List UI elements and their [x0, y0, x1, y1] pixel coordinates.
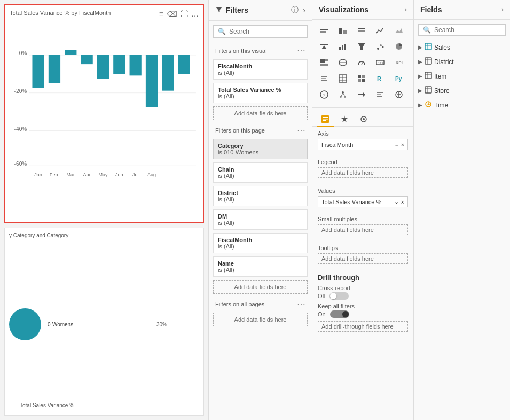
- viz-keepfilters-knob: [342, 311, 349, 317]
- more-icon[interactable]: …: [191, 10, 199, 18]
- add-fields-visual[interactable]: Add data fields here: [213, 106, 308, 120]
- field-group-district-row[interactable]: ▶ District: [418, 56, 506, 68]
- viz-icon-smart-narrative[interactable]: [373, 87, 388, 102]
- svg-rect-11: [81, 55, 93, 64]
- viz-icon-kpi[interactable]: KPI: [391, 55, 406, 70]
- svg-point-37: [377, 48, 379, 50]
- viz-chevron-icon[interactable]: ›: [405, 6, 407, 13]
- viz-icon-qna[interactable]: ?: [317, 87, 332, 102]
- add-fields-page[interactable]: Add data fields here: [213, 280, 308, 294]
- filter-item-chain[interactable]: Chain is (All): [213, 162, 308, 183]
- filters-header: Filters ⓘ ›: [209, 0, 312, 21]
- viz-icon-stacked-bar[interactable]: [317, 23, 332, 38]
- viz-values-value[interactable]: Total Sales Variance % ⌄ ×: [318, 196, 408, 207]
- viz-icon-waterfall[interactable]: [335, 39, 350, 54]
- viz-icon-slicer[interactable]: [317, 71, 332, 86]
- filter-info-icon[interactable]: ⓘ: [291, 5, 299, 15]
- svg-point-39: [382, 46, 384, 48]
- viz-header: Visualizations ›: [312, 0, 413, 20]
- viz-icon-key-influences[interactable]: [354, 87, 369, 102]
- fields-chevron-icon[interactable]: ›: [501, 6, 504, 13]
- menu-icon[interactable]: ≡: [159, 10, 163, 18]
- viz-icon-100pct-bar[interactable]: [354, 23, 369, 38]
- viz-axis-actions: ⌄ ×: [394, 141, 404, 148]
- viz-values-close[interactable]: ×: [401, 199, 404, 205]
- viz-icon-area-chart[interactable]: [391, 23, 406, 38]
- viz-icon-card[interactable]: 123: [373, 55, 388, 70]
- viz-tab-fields[interactable]: [317, 112, 334, 127]
- svg-text:R: R: [377, 75, 381, 82]
- viz-axis-chevron[interactable]: ⌄: [394, 141, 399, 148]
- filter-item-fiscalmonth[interactable]: FiscalMonth is (All): [213, 59, 308, 80]
- fields-header: Fields ›: [414, 0, 510, 20]
- viz-icon-Py[interactable]: Py: [391, 71, 406, 86]
- bubble: [9, 308, 41, 340]
- filters-allpages-dots[interactable]: ⋯: [297, 299, 305, 309]
- svg-rect-59: [358, 79, 361, 82]
- district-expand-icon: ▶: [418, 59, 422, 65]
- viz-icon-funnel[interactable]: [354, 39, 369, 54]
- viz-tooltips-add[interactable]: Add data fields here: [318, 253, 408, 264]
- viz-icon-custom[interactable]: [391, 87, 406, 102]
- svg-rect-28: [339, 28, 342, 34]
- svg-rect-27: [320, 31, 326, 33]
- filter-chevron-icon[interactable]: ›: [303, 6, 305, 14]
- viz-cross-report-toggle[interactable]: [329, 292, 349, 300]
- viz-icon-pie[interactable]: [391, 39, 406, 54]
- viz-axis-value[interactable]: FiscalMonth ⌄ ×: [318, 139, 408, 150]
- fields-search-input[interactable]: [434, 26, 501, 34]
- filter-item-category[interactable]: Category is 010-Womens: [213, 139, 308, 159]
- add-fields-allpages[interactable]: Add data fields here: [213, 313, 308, 326]
- bubble-chart-container: y Category and Category 0-Womens -30% To…: [4, 228, 204, 416]
- store-expand-icon: ▶: [418, 88, 422, 94]
- field-group-sales-row[interactable]: ▶ Sales: [418, 41, 506, 53]
- viz-icon-clustered-bar[interactable]: [335, 23, 350, 38]
- filters-search-input[interactable]: [229, 28, 303, 35]
- svg-text:May: May: [98, 172, 108, 177]
- filter-item-totalsales[interactable]: Total Sales Variance % is (All): [213, 83, 308, 103]
- viz-smallmultiples-add[interactable]: Add data fields here: [318, 224, 408, 235]
- fields-search-box[interactable]: 🔍: [418, 24, 506, 36]
- viz-values-chevron[interactable]: ⌄: [394, 198, 399, 205]
- filter-item-name[interactable]: Name is (All): [213, 256, 308, 277]
- svg-rect-60: [362, 79, 365, 82]
- viz-drill-add[interactable]: Add drill-through fields here: [318, 321, 408, 332]
- viz-icon-line-chart[interactable]: [373, 23, 388, 38]
- viz-icon-gauge[interactable]: [354, 55, 369, 70]
- field-group-time-row[interactable]: ▶ Time: [418, 99, 506, 111]
- filter-item-fiscalmonth2[interactable]: FiscalMonth is (All): [213, 233, 308, 253]
- field-group-store-row[interactable]: ▶ Store: [418, 84, 506, 97]
- svg-rect-16: [162, 55, 174, 91]
- filter-item-district[interactable]: District is (All): [213, 186, 308, 206]
- filter-item-dm[interactable]: DM is (All): [213, 209, 308, 230]
- bar-chart-container[interactable]: Total Sales Variance % by FiscalMonth ≡ …: [4, 4, 204, 223]
- viz-tab-format[interactable]: [336, 112, 353, 127]
- viz-tab-analytics[interactable]: [355, 112, 372, 127]
- svg-rect-10: [65, 50, 76, 55]
- svg-text:?: ?: [323, 92, 325, 98]
- svg-marker-32: [395, 28, 403, 33]
- viz-icon-ribbon[interactable]: [317, 39, 332, 54]
- viz-icon-map[interactable]: [335, 55, 350, 70]
- viz-tooltips-section: Tooltips Add data fields here: [312, 242, 413, 270]
- viz-icon-R[interactable]: R: [373, 71, 388, 86]
- viz-icon-table[interactable]: [335, 71, 350, 86]
- viz-icon-matrix[interactable]: [354, 71, 369, 86]
- svg-rect-34: [342, 45, 343, 50]
- filters-page-dots[interactable]: ⋯: [297, 125, 305, 135]
- viz-icon-treemap[interactable]: [317, 55, 332, 70]
- viz-axis-close[interactable]: ×: [401, 142, 404, 148]
- viz-keepfilters-toggle[interactable]: [330, 310, 349, 318]
- viz-values-section: Values Total Sales Variance % ⌄ ×: [312, 184, 413, 213]
- svg-rect-42: [325, 59, 328, 61]
- viz-icon-scatter[interactable]: [373, 39, 388, 54]
- variance-label: -30%: [155, 322, 167, 328]
- filters-search-box[interactable]: 🔍: [213, 25, 308, 38]
- expand-icon[interactable]: ⛶: [181, 10, 188, 18]
- viz-icon-decomp-tree[interactable]: [335, 87, 350, 102]
- field-group-item-row[interactable]: ▶ Item: [418, 70, 506, 82]
- filter-icon[interactable]: ⌫: [167, 10, 177, 18]
- svg-rect-33: [339, 47, 341, 50]
- viz-legend-add[interactable]: Add data fields here: [318, 167, 408, 178]
- filters-visual-dots[interactable]: ⋯: [297, 45, 305, 56]
